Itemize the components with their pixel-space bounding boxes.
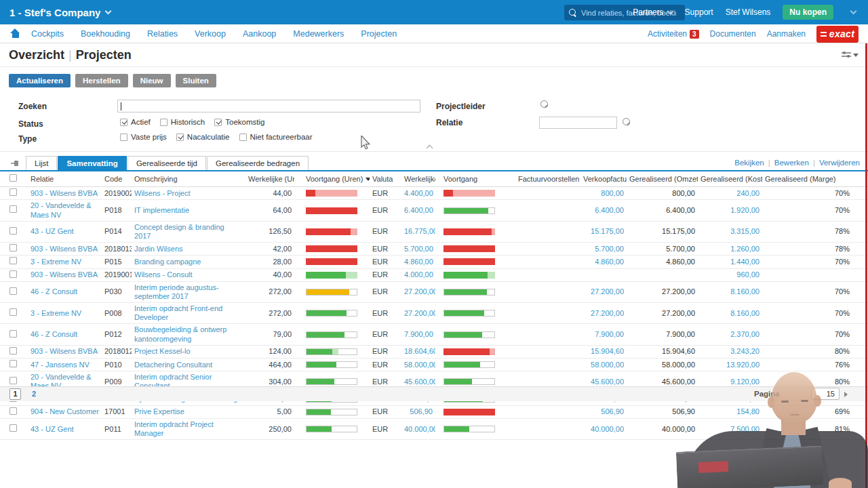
tab-samenvatting[interactable]: Samenvatting: [58, 156, 126, 170]
relatie-link[interactable]: 3 - Extreme NV: [31, 309, 81, 317]
nieuw-button[interactable]: Nieuw: [133, 74, 171, 87]
verkoopfacturen-link[interactable]: 45.600,00: [591, 378, 624, 386]
relatie-link[interactable]: 20 - Vandevelde & Maes NV: [31, 201, 92, 218]
table-row[interactable]: 904 - New Customer 17001 Prive Expertise…: [0, 405, 868, 418]
relatie-link[interactable]: 46 - Z Consult: [31, 287, 77, 296]
page-2-link[interactable]: 2: [32, 390, 36, 398]
menu-boekhouding[interactable]: Boekhouding: [81, 29, 130, 39]
omschrijving-link[interactable]: Interim opdracht Front-end Developer: [134, 304, 222, 321]
checkbox-niet-factureerbaar[interactable]: [239, 134, 247, 141]
row-checkbox[interactable]: [9, 270, 17, 278]
menu-cockpits[interactable]: Cockpits: [31, 29, 64, 39]
gerealiseerd-kosten-link[interactable]: 240,00: [736, 189, 760, 197]
verkoopfacturen-link[interactable]: 27.200,00: [591, 287, 624, 296]
verkoopfacturen-link[interactable]: 5.700,00: [595, 245, 624, 253]
user-menu[interactable]: Stef Wilsens: [726, 7, 771, 17]
omschrijving-link[interactable]: Wilsens - Project: [134, 189, 191, 197]
table-row[interactable]: 46 - Z Consult P030 Interim periode augu…: [0, 281, 868, 302]
partners-link[interactable]: Partners: [633, 7, 663, 17]
gerealiseerd-kosten-link[interactable]: 13.920,00: [726, 361, 760, 369]
pin-icon[interactable]: [11, 159, 20, 167]
col-verkoopfacturen[interactable]: Verkoopfacturen: [580, 171, 627, 187]
relatie-input[interactable]: [539, 117, 617, 129]
relatie-link[interactable]: 46 - Z Consult: [31, 330, 77, 338]
collapse-filter-icon[interactable]: [427, 144, 433, 148]
col-werkelijke-uren[interactable]: Werkelijke (Uren): [245, 171, 294, 187]
page-1-current[interactable]: 1: [9, 388, 21, 400]
table-row[interactable]: 903 - Wilsens BVBA 2019002 Wilsens - Pro…: [0, 187, 868, 200]
page-size-input[interactable]: 15: [811, 388, 840, 400]
omschrijving-link[interactable]: Project Kessel-lo: [134, 347, 191, 355]
tab-lijst[interactable]: Lijst: [26, 156, 57, 170]
verkoopfacturen-link[interactable]: 27.200,00: [591, 309, 624, 317]
verkoopfacturen-link[interactable]: 4.860,00: [595, 258, 624, 266]
gerealiseerd-kosten-link[interactable]: 8.160,00: [730, 309, 760, 317]
row-checkbox[interactable]: [9, 205, 17, 213]
relatie-search-icon[interactable]: [622, 117, 632, 127]
table-row[interactable]: 47 - Janssens NV P010 Detachering Consul…: [0, 359, 868, 371]
row-checkbox[interactable]: [9, 244, 17, 251]
checkbox-actief[interactable]: [120, 119, 127, 126]
table-row[interactable]: 903 - Wilsens BVBA 2019001 Wilsens - Con…: [0, 268, 868, 281]
checkbox-toekomstig[interactable]: [214, 119, 222, 126]
verkoopfacturen-link[interactable]: 58.000,00: [591, 361, 624, 369]
gerealiseerd-kosten-link[interactable]: 154,80: [736, 407, 760, 415]
row-checkbox[interactable]: [9, 227, 17, 235]
col-voortgang-uren[interactable]: Voortgang (Uren): [294, 171, 370, 187]
row-checkbox[interactable]: [9, 377, 17, 384]
herstellen-button[interactable]: Herstellen: [75, 74, 128, 87]
table-row[interactable]: 46 - Z Consult P012 Bouwbegeleiding & on…: [0, 324, 868, 345]
select-all-checkbox[interactable]: [9, 174, 17, 182]
verkoopfacturen-link[interactable]: 15.904,60: [591, 347, 624, 355]
company-selector[interactable]: 1 - Stef's Company: [9, 7, 100, 18]
omschrijving-link[interactable]: Interim opdracht Project Manager: [134, 420, 214, 437]
menu-verkoop[interactable]: Verkoop: [195, 29, 226, 39]
partners-chevron-down-icon[interactable]: [667, 8, 673, 15]
table-row[interactable]: 3 - Extreme NV P008 Interim opdracht Fro…: [0, 303, 868, 324]
checkbox-vaste-prijs[interactable]: [120, 134, 127, 141]
home-icon[interactable]: [10, 29, 20, 38]
verkoopfacturen-link[interactable]: 800,00: [601, 189, 624, 197]
tab-gerealiseerde-bedragen[interactable]: Gerealiseerde bedragen: [207, 156, 309, 170]
verkoopfacturen-link[interactable]: 7.900,00: [595, 330, 624, 338]
relatie-link[interactable]: 903 - Wilsens BVBA: [31, 347, 98, 355]
omschrijving-link[interactable]: Bouwbegeleiding & ontwerp kantooromgevin…: [134, 325, 226, 342]
col-werkelijke[interactable]: Werkelijke: [401, 171, 435, 187]
table-row[interactable]: 43 - UZ Gent P014 Concept design & brand…: [0, 221, 868, 242]
row-checkbox[interactable]: [9, 347, 17, 354]
relatie-link[interactable]: 47 - Janssens NV: [31, 361, 90, 369]
sluiten-button[interactable]: Sluiten: [176, 74, 216, 87]
bewerken-link[interactable]: Bewerken: [774, 159, 809, 167]
gerealiseerd-kosten-link[interactable]: 7.500,00: [730, 425, 760, 433]
menu-projecten[interactable]: Projecten: [361, 29, 397, 39]
checkbox-nacalculatie[interactable]: [176, 134, 184, 141]
checkbox-historisch[interactable]: [160, 119, 167, 126]
relatie-link[interactable]: 903 - Wilsens BVBA: [31, 245, 98, 253]
col-gerealiseerd-omzet[interactable]: Gerealiseerd (Omzet): [627, 171, 698, 187]
table-row[interactable]: 903 - Wilsens BVBA 2018013 Jardin Wilsen…: [0, 243, 868, 256]
aanmaken-link[interactable]: Aanmaken: [767, 29, 806, 39]
gerealiseerd-kosten-link[interactable]: 1.920,00: [730, 206, 760, 214]
bekijken-link[interactable]: Bekijken: [734, 159, 764, 167]
table-row[interactable]: 43 - UZ Gent P011 Interim opdracht Proje…: [0, 418, 868, 439]
support-link[interactable]: Support: [685, 7, 713, 17]
gerealiseerd-kosten-link[interactable]: 9.120,00: [730, 378, 760, 386]
topbar-chevron-down-icon[interactable]: [850, 8, 857, 15]
company-chevron-down-icon[interactable]: [105, 8, 112, 15]
projectleider-search-icon[interactable]: [540, 100, 550, 110]
zoeken-input[interactable]: [117, 100, 420, 113]
row-checkbox[interactable]: [9, 188, 17, 196]
col-code[interactable]: Code: [102, 171, 132, 187]
row-checkbox[interactable]: [9, 407, 17, 415]
relatie-link[interactable]: 904 - New Customer: [31, 407, 99, 415]
menu-medewerkers[interactable]: Medewerkers: [293, 29, 344, 39]
col-gerealiseerd-kosten[interactable]: Gerealiseerd (Kosten): [698, 171, 762, 187]
tab-gerealiseerde-tijd[interactable]: Gerealiseerde tijd: [127, 156, 206, 170]
relatie-link[interactable]: 903 - Wilsens BVBA: [31, 270, 98, 279]
verkoopfacturen-link[interactable]: 6.400,00: [595, 206, 624, 214]
row-checkbox[interactable]: [9, 287, 17, 295]
buy-now-button[interactable]: Nu kopen: [783, 5, 833, 20]
menu-relaties[interactable]: Relaties: [147, 29, 178, 39]
gerealiseerd-kosten-link[interactable]: 960,00: [736, 270, 760, 279]
col-valuta[interactable]: Valuta: [370, 171, 401, 187]
